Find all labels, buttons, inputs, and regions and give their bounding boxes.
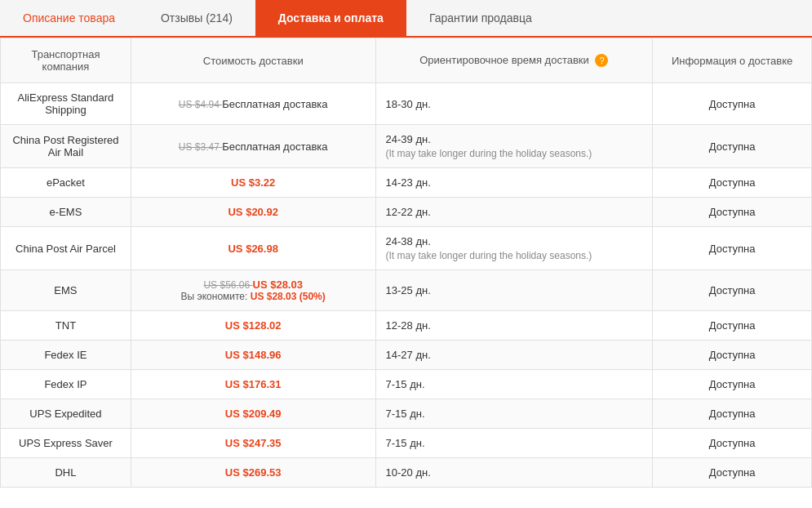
shipping-cost: US $128.02: [131, 311, 375, 341]
delivery-time: 12-22 дн.: [375, 198, 653, 227]
table-row: China Post Air ParcelUS $26.9824-38 дн.(…: [1, 227, 812, 270]
delivery-time: 7-15 дн.: [375, 429, 653, 458]
shipping-cost: US $209.49: [131, 399, 375, 429]
delivery-info: Доступна: [653, 83, 812, 125]
carrier-name: Fedex IE: [1, 341, 131, 370]
delivery-info: Доступна: [653, 429, 812, 458]
question-icon[interactable]: ?: [595, 54, 608, 67]
delivery-time: 10-20 дн.: [375, 458, 653, 488]
delivery-info: Доступна: [653, 341, 812, 370]
shipping-cost: US $269.53: [131, 458, 375, 488]
shipping-cost: US $56.06 US $28.03Вы экономите: US $28.…: [131, 270, 375, 311]
original-price: US $4.94: [179, 99, 222, 110]
delivery-time: 14-23 дн.: [375, 168, 653, 198]
delivery-time: 24-38 дн.(It may take longer during the …: [375, 227, 653, 270]
delivery-time: 24-39 дн.(It may take longer during the …: [375, 125, 653, 168]
shipping-cost: US $247.35: [131, 429, 375, 458]
table-row: AliExpress Standard ShippingUS $4.94 Бес…: [1, 83, 812, 125]
carrier-name: EMS: [1, 270, 131, 311]
original-price: US $56.06: [203, 279, 252, 291]
table-row: TNTUS $128.0212-28 дн.Доступна: [1, 311, 812, 341]
carrier-name: China Post Air Parcel: [1, 227, 131, 270]
delivery-info: Доступна: [653, 311, 812, 341]
tab-bar: Описание товара Отзывы (214) Доставка и …: [0, 0, 812, 38]
current-price: US $209.49: [225, 408, 282, 420]
shipping-cost: US $176.31: [131, 370, 375, 399]
time-note: (It may take longer during the holiday s…: [386, 148, 643, 159]
time-main: 24-38 дн.: [386, 235, 643, 247]
delivery-time: 12-28 дн.: [375, 311, 653, 341]
header-carrier: Транспортная компания: [1, 38, 131, 83]
original-price: US $3.47: [179, 141, 222, 153]
current-price: US $176.31: [225, 378, 282, 390]
header-info: Информация о доставке: [653, 38, 812, 83]
delivery-time: 18-30 дн.: [375, 83, 653, 125]
carrier-name: e-EMS: [1, 198, 131, 227]
current-price: US $247.35: [225, 437, 282, 449]
delivery-table: Транспортная компания Стоимость доставки…: [0, 38, 812, 488]
time-main: 10-20 дн.: [386, 466, 643, 479]
time-main: 7-15 дн.: [386, 408, 643, 420]
table-row: China Post Registered Air MailUS $3.47 Б…: [1, 125, 812, 168]
shipping-cost: US $4.94 Бесплатная доставка: [131, 83, 375, 125]
carrier-name: UPS Expedited: [1, 399, 131, 429]
time-main: 13-25 дн.: [386, 284, 643, 296]
delivery-info: Доступна: [653, 168, 812, 198]
delivery-info: Доступна: [653, 125, 812, 168]
carrier-name: China Post Registered Air Mail: [1, 125, 131, 168]
table-row: ePacketUS $3.2214-23 дн.Доступна: [1, 168, 812, 198]
current-price: US $26.98: [228, 243, 277, 255]
delivery-info: Доступна: [653, 458, 812, 488]
carrier-name: ePacket: [1, 168, 131, 198]
delivery-info: Доступна: [653, 270, 812, 311]
carrier-name: UPS Express Saver: [1, 429, 131, 458]
carrier-name: TNT: [1, 311, 131, 341]
delivery-info: Доступна: [653, 198, 812, 227]
delivery-info: Доступна: [653, 227, 812, 270]
shipping-cost: US $3.47 Бесплатная доставка: [131, 125, 375, 168]
tab-reviews[interactable]: Отзывы (214): [138, 0, 255, 36]
table-row: EMSUS $56.06 US $28.03Вы экономите: US $…: [1, 270, 812, 311]
time-note: (It may take longer during the holiday s…: [386, 250, 643, 261]
current-price: US $3.22: [231, 176, 275, 189]
save-text: Вы экономите: US $28.03 (50%): [141, 291, 366, 302]
current-price: US $148.96: [225, 349, 282, 361]
tab-delivery[interactable]: Доставка и оплата: [255, 0, 406, 36]
time-main: 12-22 дн.: [386, 206, 643, 218]
table-row: Fedex IEUS $148.9614-27 дн.Доступна: [1, 341, 812, 370]
time-main: 7-15 дн.: [386, 378, 643, 390]
save-amount: US $28.03 (50%): [251, 291, 326, 302]
time-main: 12-28 дн.: [386, 319, 643, 332]
time-main: 24-39 дн.: [386, 133, 643, 145]
carrier-name: DHL: [1, 458, 131, 488]
delivery-info: Доступна: [653, 399, 812, 429]
table-row: e-EMSUS $20.9212-22 дн.Доступна: [1, 198, 812, 227]
shipping-cost: US $148.96: [131, 341, 375, 370]
time-main: 18-30 дн.: [386, 98, 643, 110]
table-row: Fedex IPUS $176.317-15 дн.Доступна: [1, 370, 812, 399]
delivery-info: Доступна: [653, 370, 812, 399]
current-price: US $128.02: [225, 319, 282, 332]
table-row: UPS ExpeditedUS $209.497-15 дн.Доступна: [1, 399, 812, 429]
current-price: US $20.92: [228, 206, 277, 218]
tab-description[interactable]: Описание товара: [0, 0, 138, 36]
shipping-cost: US $20.92: [131, 198, 375, 227]
delivery-time: 13-25 дн.: [375, 270, 653, 311]
current-price: US $28.03: [253, 279, 303, 291]
time-main: 14-27 дн.: [386, 349, 643, 361]
header-cost: Стоимость доставки: [131, 38, 375, 83]
shipping-cost: US $26.98: [131, 227, 375, 270]
time-main: 7-15 дн.: [386, 437, 643, 449]
shipping-cost: US $3.22: [131, 168, 375, 198]
delivery-time: 7-15 дн.: [375, 370, 653, 399]
carrier-name: Fedex IP: [1, 370, 131, 399]
tab-guarantee[interactable]: Гарантии продавца: [406, 0, 555, 36]
current-price: US $269.53: [225, 466, 282, 479]
carrier-name: AliExpress Standard Shipping: [1, 83, 131, 125]
time-main: 14-23 дн.: [386, 176, 643, 189]
table-row: DHLUS $269.5310-20 дн.Доступна: [1, 458, 812, 488]
current-price: Бесплатная доставка: [222, 140, 327, 153]
delivery-time: 14-27 дн.: [375, 341, 653, 370]
header-time: Ориентировочное время доставки ?: [375, 38, 653, 83]
table-row: UPS Express SaverUS $247.357-15 дн.Досту…: [1, 429, 812, 458]
